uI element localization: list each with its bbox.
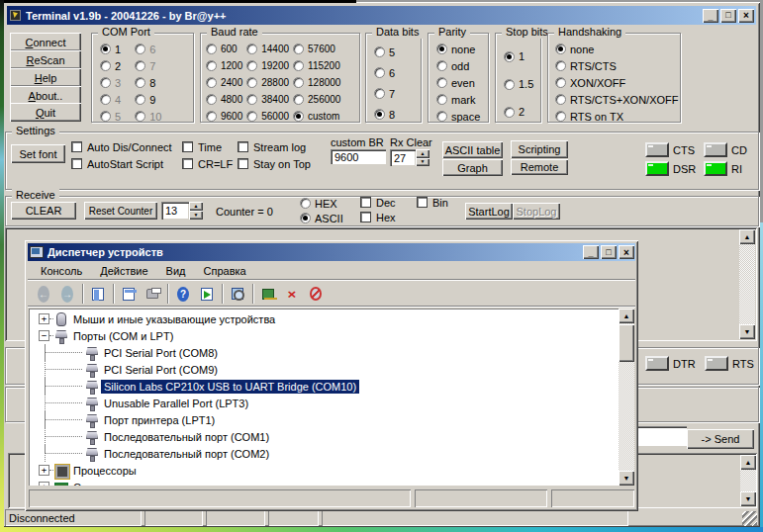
tree-item-label[interactable]: Последовательный порт (COM2) bbox=[101, 447, 272, 461]
tree-item-label[interactable]: Сетевые платы bbox=[70, 481, 154, 487]
update-driver-button[interactable] bbox=[256, 283, 280, 305]
menu-item-справка[interactable]: Справка bbox=[195, 263, 255, 279]
baud-option-256000[interactable]: 256000 bbox=[293, 91, 340, 108]
parity-option-none[interactable]: none bbox=[436, 41, 480, 57]
expand-icon[interactable]: + bbox=[39, 313, 49, 324]
hex-checkbox-item[interactable]: Hex bbox=[360, 210, 396, 224]
tree-item-label[interactable]: Порты (COM и LPT) bbox=[70, 329, 176, 343]
tree-scrollbar[interactable] bbox=[619, 309, 634, 486]
tree-item[interactable]: Silicon Labs CP210x USB to UART Bridge (… bbox=[29, 378, 618, 395]
spin-up-icon[interactable] bbox=[189, 202, 203, 211]
scroll-down-icon[interactable] bbox=[740, 491, 756, 506]
scroll-up-icon[interactable] bbox=[740, 455, 756, 470]
parity-option-even[interactable]: even bbox=[436, 74, 480, 91]
spin-down-icon[interactable] bbox=[189, 211, 203, 220]
terminal-titlebar[interactable]: Terminal v1.9b - 20041226 - by Br@y++ _ … bbox=[7, 6, 756, 25]
quit-button[interactable]: Quit bbox=[10, 103, 81, 122]
hex-radio-item[interactable]: HEX bbox=[300, 196, 343, 211]
open-new-window-button[interactable] bbox=[195, 283, 219, 305]
receive-spinner-value[interactable]: 13 bbox=[161, 202, 189, 220]
help-button[interactable]: ? bbox=[171, 283, 195, 305]
dec-checkbox-item[interactable]: Dec bbox=[360, 195, 396, 210]
collapse-icon[interactable]: − bbox=[39, 330, 49, 341]
baud-option-600[interactable]: 600 bbox=[206, 41, 242, 57]
parity-option-odd[interactable]: odd bbox=[436, 57, 480, 74]
baud-option-28800[interactable]: 28800 bbox=[246, 74, 289, 91]
handshaking-option-XON/XOFF[interactable]: XON/XOFF bbox=[555, 74, 679, 91]
ascii-radio-item[interactable]: ASCII bbox=[300, 211, 343, 225]
print-button[interactable] bbox=[141, 283, 164, 305]
parity-option-mark[interactable]: mark bbox=[436, 91, 480, 108]
tree-item-label[interactable]: Unusable Parallel Port (LPT3) bbox=[101, 397, 251, 410]
stop-bits-option-1[interactable]: 1 bbox=[504, 43, 533, 70]
tree-item-label[interactable]: Последовательный порт (COM1) bbox=[101, 430, 272, 444]
expand-icon[interactable]: + bbox=[39, 482, 49, 486]
dm-titlebar[interactable]: Диспетчер устройств _ □ × bbox=[28, 243, 635, 261]
custom-br-input[interactable] bbox=[331, 149, 386, 164]
menu-item-вид[interactable]: Вид bbox=[157, 263, 195, 279]
tree-item[interactable]: PCI Serial Port (COM9) bbox=[29, 361, 618, 378]
transmit-scrollbar[interactable] bbox=[740, 455, 756, 506]
data-bits-option-8[interactable]: 8 bbox=[374, 104, 395, 125]
resize-grip[interactable] bbox=[742, 511, 757, 526]
bin-checkbox-item[interactable]: Bin bbox=[417, 195, 448, 210]
minimize-button[interactable]: _ bbox=[703, 9, 718, 23]
scroll-up-icon[interactable] bbox=[739, 229, 755, 244]
stop-bits-option-1.5[interactable]: 1.5 bbox=[504, 70, 533, 98]
stoplog-button[interactable]: StopLog bbox=[513, 203, 560, 220]
properties-button[interactable] bbox=[117, 283, 141, 305]
stay-on-top-checkbox-item[interactable]: Stay on Top bbox=[238, 155, 311, 172]
tree-item[interactable]: Последовательный порт (COM2) bbox=[29, 445, 618, 462]
tree-item-label[interactable]: PCI Serial Port (COM9) bbox=[101, 363, 221, 377]
rx-clear-value[interactable]: 27 bbox=[390, 149, 416, 166]
tree-item[interactable]: +Процессоры bbox=[29, 462, 618, 479]
forward-button[interactable]: → bbox=[55, 283, 79, 305]
connect-button[interactable]: Connect bbox=[10, 33, 81, 51]
reset-counter-button[interactable]: Reset Counter bbox=[84, 202, 157, 220]
tree-item[interactable]: PCI Serial Port (COM8) bbox=[29, 344, 618, 361]
tree-item[interactable]: −Порты (COM и LPT) bbox=[29, 327, 618, 344]
data-bits-option-5[interactable]: 5 bbox=[374, 42, 395, 62]
scroll-up-icon[interactable] bbox=[619, 309, 634, 323]
set-font-button[interactable]: Set font bbox=[11, 144, 65, 163]
stop-bits-option-2[interactable]: 2 bbox=[504, 98, 533, 126]
rescan-button[interactable]: ReScan bbox=[10, 50, 81, 69]
baud-option-56000[interactable]: 56000 bbox=[246, 108, 289, 125]
scrollbar-thumb[interactable] bbox=[619, 324, 634, 362]
com-port-option-9[interactable]: 9 bbox=[135, 91, 161, 108]
spin-down-icon[interactable] bbox=[416, 158, 429, 167]
baud-option-115200[interactable]: 115200 bbox=[293, 57, 340, 74]
parity-option-space[interactable]: space bbox=[436, 108, 480, 125]
scripting-button[interactable]: Scripting bbox=[511, 140, 568, 158]
maximize-button[interactable]: □ bbox=[720, 9, 736, 23]
dm-close-button[interactable]: × bbox=[619, 245, 634, 259]
data-bits-option-7[interactable]: 7 bbox=[374, 83, 395, 104]
handshaking-option-RTS/CTS+XON/XOFF[interactable]: RTS/CTS+XON/XOFF bbox=[555, 91, 679, 108]
baud-option-2400[interactable]: 2400 bbox=[206, 74, 242, 91]
baud-option-custom[interactable]: custom bbox=[293, 108, 340, 125]
dm-minimize-button[interactable]: _ bbox=[583, 245, 599, 259]
send-button[interactable]: -> Send bbox=[687, 429, 754, 449]
help-button[interactable]: Help bbox=[10, 68, 81, 87]
spin-up-icon[interactable] bbox=[416, 149, 429, 158]
dm-maximize-button[interactable]: □ bbox=[601, 245, 617, 259]
console-tree-button[interactable] bbox=[86, 283, 110, 305]
back-button[interactable]: ← bbox=[32, 283, 55, 305]
tree-item-label[interactable]: Мыши и иные указывающие устройства bbox=[70, 312, 278, 326]
baud-option-4800[interactable]: 4800 bbox=[206, 91, 242, 108]
menu-item-консоль[interactable]: Консоль bbox=[32, 263, 91, 279]
baud-option-19200[interactable]: 19200 bbox=[246, 57, 289, 74]
close-button[interactable]: × bbox=[738, 9, 754, 23]
baud-option-57600[interactable]: 57600 bbox=[293, 41, 340, 57]
handshaking-option-RTS on TX[interactable]: RTS on TX bbox=[555, 108, 679, 125]
expand-icon[interactable]: + bbox=[39, 465, 49, 476]
auto-disconnect-checkbox-item[interactable]: Auto Dis/Connect bbox=[71, 138, 172, 155]
disable-button[interactable] bbox=[304, 283, 328, 305]
tree-item-label[interactable]: PCI Serial Port (COM8) bbox=[101, 346, 221, 360]
com-port-option-2[interactable]: 2 bbox=[100, 57, 121, 74]
autostart-script-checkbox-item[interactable]: AutoStart Script bbox=[71, 155, 172, 172]
tree-item[interactable]: +Сетевые платы bbox=[29, 479, 618, 486]
clear-button[interactable]: CLEAR bbox=[11, 202, 76, 220]
data-bits-option-6[interactable]: 6 bbox=[374, 62, 395, 83]
scroll-down-icon[interactable] bbox=[739, 324, 755, 339]
